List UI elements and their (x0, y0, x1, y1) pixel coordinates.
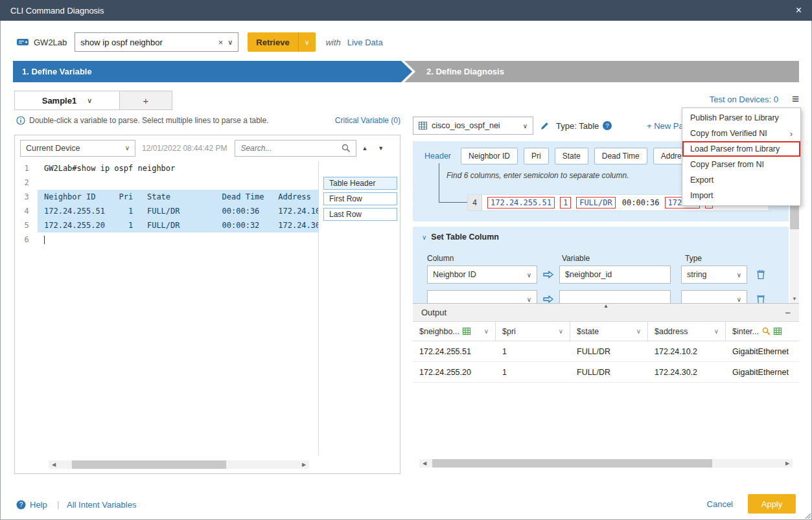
output-column-header[interactable]: $neighbo... ∨ (413, 322, 496, 341)
device-selector[interactable]: GW2Lab (16, 37, 67, 47)
callout-table-header[interactable]: Table Header (323, 177, 397, 190)
matched-value[interactable]: 172.24.255.51 (487, 197, 555, 209)
live-data-link[interactable]: Live Data (347, 38, 383, 47)
cancel-button[interactable]: Cancel (707, 499, 733, 509)
add-sample-tab[interactable]: + (120, 91, 172, 110)
minimize-icon[interactable]: − (785, 307, 791, 318)
matched-value[interactable]: FULL/DR (576, 197, 616, 209)
variable-input[interactable] (559, 266, 671, 284)
line-number: 2 (16, 175, 38, 190)
scroll-right-icon[interactable]: ▶ (782, 460, 793, 466)
set-table-column-title[interactable]: ∨ Set Table Column (422, 232, 499, 242)
cli-output-editor[interactable]: 1 GW2Lab#show ip ospf neighbor 2 3 Neigh… (16, 161, 319, 455)
table-variable-icon[interactable] (774, 328, 782, 335)
hamburger-menu-icon[interactable]: ≡ (792, 92, 799, 106)
output-column-header[interactable]: $address ∨ (648, 322, 726, 341)
code-line[interactable]: 4 172.24.255.51 1 FULL/DR 00:00:36 172.2… (16, 204, 318, 218)
edit-parser-icon[interactable] (540, 121, 550, 131)
menu-item-load-parser-from-library[interactable]: Load Parser from Library (682, 141, 800, 157)
line-text: 172.24.255.20 1 FULL/DR 00:00:32 172.24.… (38, 218, 319, 232)
scroll-down-icon[interactable]: ▼ (790, 296, 799, 302)
find-previous-icon[interactable]: ▲ (356, 145, 373, 152)
code-line[interactable]: 5 172.24.255.20 1 FULL/DR 00:00:32 172.2… (16, 218, 318, 232)
output-column-header[interactable]: $pri ∨ (496, 322, 570, 341)
table-icon (419, 122, 427, 130)
search-input[interactable] (240, 144, 342, 153)
output-horizontal-scrollbar[interactable]: ◀ ▶ (419, 459, 793, 468)
type-select[interactable]: ∨ (681, 290, 747, 303)
apply-button[interactable]: Apply (748, 494, 796, 514)
output-row[interactable]: 172.24.255.20 1 FULL/DR 172.24.30.2 Giga… (413, 362, 799, 383)
column-select[interactable]: ∨ (427, 290, 537, 303)
chevron-down-icon: ∨ (125, 144, 130, 152)
chevron-down-icon[interactable]: ∨ (559, 328, 563, 335)
search-icon[interactable] (342, 144, 351, 153)
chevron-down-icon[interactable]: ∨ (87, 96, 92, 105)
chevron-down-icon: ∨ (305, 39, 309, 46)
code-line[interactable]: 6 (16, 232, 318, 247)
data-source-select[interactable]: Current Device ∨ (20, 140, 135, 157)
delete-row-icon[interactable] (756, 269, 765, 280)
column-chip[interactable]: State (555, 148, 588, 164)
scrollbar-thumb[interactable] (72, 460, 226, 469)
output-column-header[interactable]: $state ∨ (570, 322, 648, 341)
editor-horizontal-scrollbar[interactable]: ◀ ▶ (49, 460, 309, 469)
type-select[interactable]: string ∨ (681, 266, 747, 284)
scroll-right-icon[interactable]: ▶ (299, 462, 309, 468)
clear-icon[interactable]: × (218, 38, 224, 47)
help-link[interactable]: ? Help (16, 500, 47, 510)
parse-hint-text: Double-click a variable to parse. Select… (29, 116, 269, 125)
code-line[interactable]: 1 GW2Lab#show ip ospf neighbor (16, 161, 318, 175)
find-next-icon[interactable]: ▼ (373, 145, 389, 152)
retrieve-button[interactable]: Retrieve (248, 32, 297, 52)
scroll-left-icon[interactable]: ◀ (419, 460, 430, 466)
chevron-down-icon[interactable]: ∨ (714, 328, 719, 335)
code-line[interactable]: 3 Neighbor ID Pri State Dead Time Addres… (16, 190, 318, 204)
parser-select[interactable]: cisco_ios_ospf_nei ∨ (413, 117, 533, 135)
menu-item-import[interactable]: Import (682, 188, 800, 203)
command-combobox[interactable]: × ∨ (75, 32, 238, 52)
chevron-down-icon[interactable]: ∨ (636, 328, 641, 335)
menu-item-copy-parser-from-ni[interactable]: Copy Parser from NI (682, 157, 800, 172)
search-box[interactable] (235, 140, 356, 157)
column-chip[interactable]: Neighbor ID (461, 148, 518, 164)
output-column-header[interactable]: $inter... (726, 322, 799, 341)
menu-item-publish-parser[interactable]: Publish Parser to Library (682, 110, 800, 126)
retrieve-dropdown-button[interactable]: ∨ (299, 32, 316, 52)
chevron-down-icon[interactable]: ∨ (227, 38, 233, 47)
column-select[interactable]: Neighbor ID ∨ (427, 266, 537, 284)
step-define-diagnosis[interactable]: 2. Define Diagnosis (404, 61, 799, 82)
step-define-variable[interactable]: 1. Define Variable (13, 61, 412, 82)
test-on-devices-link[interactable]: Test on Devices: 0 (710, 95, 778, 104)
menu-item-export[interactable]: Export (682, 172, 800, 188)
menu-item-copy-from-verified-ni[interactable]: Copy from Verified NI › (682, 126, 800, 141)
column-chip[interactable]: Pri (524, 148, 549, 164)
scroll-left-icon[interactable]: ◀ (49, 462, 59, 468)
output-cell: FULL/DR (570, 347, 648, 356)
callout-first-row[interactable]: First Row (323, 192, 397, 205)
tab-sample1[interactable]: Sample1 ∨ (14, 91, 120, 110)
resize-grip[interactable] (803, 511, 811, 519)
collapse-output-icon[interactable]: ▲ (592, 303, 620, 310)
variable-input[interactable] (559, 290, 671, 303)
code-line[interactable]: 2 (16, 175, 318, 190)
table-variable-icon[interactable] (463, 328, 470, 335)
output-row[interactable]: 172.24.255.51 1 FULL/DR 172.24.10.2 Giga… (413, 341, 799, 362)
delete-row-icon[interactable] (756, 294, 765, 303)
all-intent-variables-link[interactable]: All Intent Variables (67, 500, 136, 510)
column-chip[interactable]: Dead Time (594, 148, 647, 164)
scrollbar-track[interactable] (430, 459, 782, 468)
chevron-down-icon[interactable]: ∨ (523, 122, 528, 130)
matched-value[interactable]: 1 (560, 197, 571, 209)
critical-variable-link[interactable]: Critical Variable (0) (335, 116, 400, 125)
zoom-value-icon[interactable] (762, 327, 771, 335)
chevron-down-icon[interactable]: ∨ (484, 328, 489, 335)
callout-last-row[interactable]: Last Row (323, 208, 397, 221)
command-input[interactable] (80, 38, 215, 47)
header-connector-line (439, 163, 467, 203)
scrollbar-thumb[interactable] (432, 459, 712, 468)
close-icon[interactable]: × (796, 5, 802, 16)
output-cell: 172.24.255.20 (413, 368, 496, 377)
scrollbar-track[interactable] (59, 460, 299, 469)
help-circle-icon[interactable]: ? (603, 121, 612, 130)
